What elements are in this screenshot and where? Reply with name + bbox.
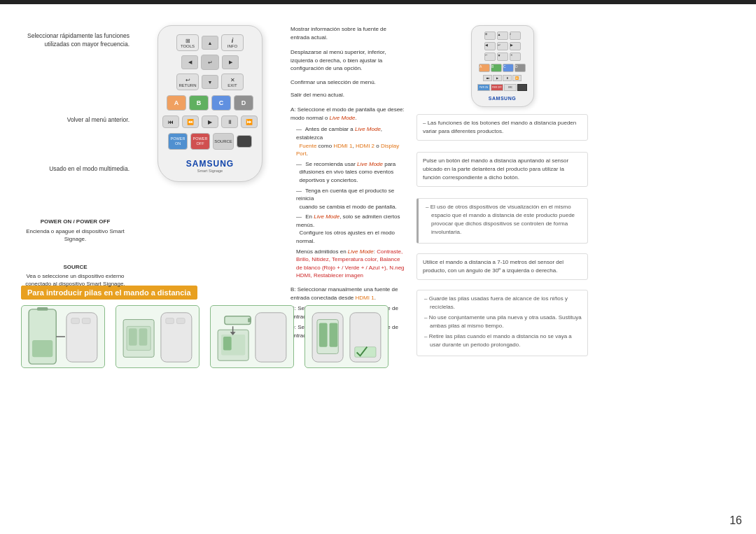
source-button[interactable]: SOURCE (213, 133, 234, 150)
tools-label: Seleccionar rápidamente las funciones ut… (21, 32, 130, 49)
sm-exit: ✕ (510, 52, 521, 61)
play-button[interactable]: ▶ (202, 115, 218, 128)
sm-tools: ⊞ (484, 31, 496, 40)
svg-rect-19 (223, 337, 232, 351)
svg-rect-15 (225, 316, 251, 325)
multimedia-label: Usado en el modo multimedia. (21, 165, 130, 174)
sm-a: A (479, 64, 490, 72)
sm-black (517, 84, 527, 91)
source-label: SOURCE Vea o seleccione un dispositivo e… (21, 263, 130, 288)
warning-info: El uso de otros dispositivos de visualiz… (416, 198, 588, 244)
power-on-button[interactable]: POWERON (168, 133, 188, 150)
sensor-info: Pulse un botón del mando a distancia apu… (416, 152, 588, 187)
warning-item-1: El uso de otros dispositivos de visualiz… (424, 203, 582, 237)
battery-image-1 (21, 305, 105, 368)
sm-samsung: SAMSUNG (489, 96, 516, 101)
small-remote: ⊞ ▲ i ◀ ↵ ▶ ↩ ▼ ✕ A (471, 25, 534, 107)
svg-rect-5 (82, 318, 90, 324)
b-button[interactable]: B (189, 95, 209, 111)
svg-rect-14 (255, 313, 286, 362)
pause-button[interactable]: ⏸ (221, 115, 238, 128)
sm-ok: ↵ (497, 42, 508, 50)
sm-info: i (510, 31, 521, 40)
sm-left: ◀ (484, 42, 496, 50)
tip-1: Guarde las pilas usadas fuera de alcance… (423, 295, 582, 311)
right-panel: ⊞ ▲ i ◀ ↵ ▶ ↩ ▼ ✕ A (413, 4, 595, 534)
power-off-button[interactable]: POWEROFF (190, 133, 210, 150)
return-button[interactable]: ↩ RETURN (176, 73, 199, 90)
ok-button[interactable]: ↵ (201, 55, 219, 70)
info-button[interactable]: i INFO (221, 34, 244, 51)
sm-b: B (491, 64, 502, 72)
svg-rect-8 (166, 318, 174, 324)
sm-down: ▼ (497, 52, 508, 61)
svg-rect-16 (248, 318, 251, 323)
sm-power-off: PWR OFF (491, 84, 503, 91)
svg-rect-3 (66, 313, 97, 362)
tips-info: Guarde las pilas usadas fuera de alcance… (416, 290, 588, 356)
svg-rect-26 (330, 323, 338, 346)
remote-control: ⊞ TOOLS ▲ i INFO ◀ ↵ (158, 25, 262, 182)
up-button[interactable]: ▲ (202, 36, 218, 50)
exit-button[interactable]: ✕ EXIT (221, 73, 244, 90)
svg-rect-25 (319, 323, 328, 346)
usage-info: Utilice el mando a distancia a 7-10 metr… (416, 253, 588, 280)
exit-annotation: Salir del menú actual. (290, 91, 406, 99)
battery-image-2 (115, 305, 200, 368)
svg-rect-9 (176, 318, 185, 324)
a-button[interactable]: A (167, 95, 186, 111)
sm-media-1: ⏮ (483, 75, 492, 81)
sm-up: ▲ (497, 31, 508, 40)
left-labels: Seleccionar rápidamente las funciones ut… (21, 25, 133, 277)
menus-live-annotation: Menús admitidos en Live Mode: Contraste,… (296, 248, 406, 280)
smart-signage-label: Smart Signage (186, 169, 234, 173)
sm-c: C (503, 64, 514, 72)
remote-area: Seleccionar rápidamente las funciones ut… (21, 25, 406, 277)
svg-rect-1 (37, 307, 48, 311)
battery-images (21, 305, 406, 368)
right-annotations: Mostrar información sobre la fuente de e… (280, 25, 406, 277)
svg-rect-13 (139, 328, 148, 345)
tools-button[interactable]: ⊞ TOOLS (176, 34, 199, 51)
sm-power-on: PWR ON (477, 84, 490, 91)
power-label: POWER ON / POWER OFF Encienda o apague e… (21, 218, 130, 244)
svg-rect-2 (32, 340, 52, 357)
battery-title: Para introducir pilas en el mando a dist… (27, 288, 191, 297)
remote-variation-info: – Las funciones de los botones del mando… (416, 114, 588, 141)
sm-source-small: SRC (504, 84, 517, 91)
a-annotation: A: Seleccione el modo de pantalla que de… (290, 106, 406, 122)
svg-rect-4 (71, 318, 80, 324)
small-remote-wrapper: ⊞ ▲ i ◀ ↵ ▶ ↩ ▼ ✕ A (416, 25, 588, 107)
b-annotation: B: Seleccionar manualmente una fuente de… (290, 286, 406, 302)
sm-d: D (514, 64, 526, 72)
remote-wrapper: ⊞ TOOLS ▲ i INFO ◀ ↵ (140, 25, 280, 277)
black-button[interactable] (237, 135, 252, 148)
fast-forward-button[interactable]: ⏩ (241, 115, 258, 128)
c-button[interactable]: C (211, 95, 231, 111)
right-button[interactable]: ▶ (222, 55, 239, 69)
info-annotation: Mostrar información sobre la fuente de e… (290, 25, 406, 41)
sm-return: ↩ (484, 52, 496, 61)
d-button[interactable]: D (234, 95, 253, 111)
battery-image-3 (210, 305, 294, 368)
samsung-logo: SAMSUNG (186, 159, 234, 169)
rewind-button[interactable]: ⏮ (162, 115, 179, 128)
battery-image-4 (304, 305, 388, 368)
prev-button[interactable]: ⏪ (182, 115, 199, 128)
tip-2: No use conjuntamente una pila nueva y ot… (423, 314, 582, 330)
down-button[interactable]: ▼ (202, 75, 218, 89)
sm-media-3: ⏸ (503, 75, 512, 81)
svg-rect-12 (129, 328, 137, 345)
nav-annotation: Desplazarse al menú superior, inferior,i… (290, 48, 406, 73)
sm-media-4: ⏩ (512, 75, 522, 81)
confirm-annotation: Confirmar una selección de menú. (290, 78, 406, 87)
left-section: Seleccionar rápidamente las funciones ut… (0, 4, 413, 534)
left-button[interactable]: ◀ (181, 55, 198, 69)
tip-3: Retire las pilas cuando el mando a dista… (423, 332, 582, 349)
page-number: 16 (729, 514, 742, 527)
sm-right: ▶ (510, 42, 521, 50)
return-label: Volver al menú anterior. (21, 116, 130, 125)
sm-media-2: ▶ (493, 75, 502, 81)
